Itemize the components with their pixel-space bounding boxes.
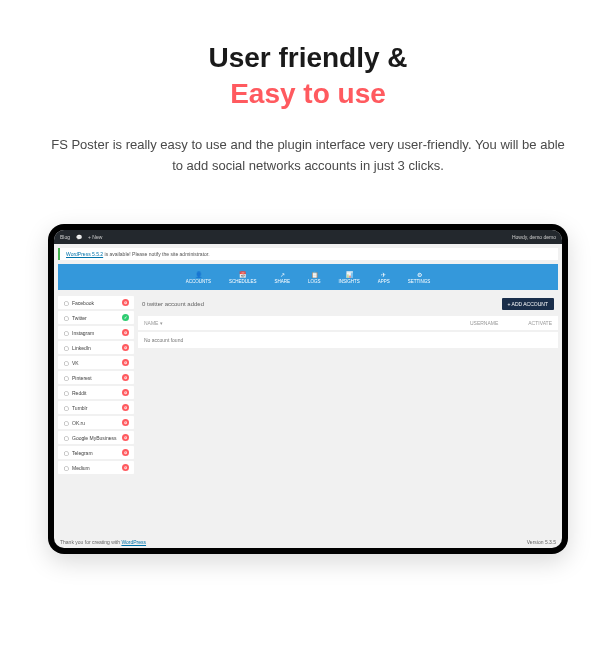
col-name[interactable]: NAME ▾ bbox=[144, 320, 163, 326]
sidebar-item-telegram[interactable]: ▢Telegram⊘ bbox=[58, 446, 134, 459]
network-name: Google MyBusiness bbox=[72, 435, 116, 441]
network-name: Facebook bbox=[72, 300, 94, 306]
network-icon: ▢ bbox=[63, 390, 69, 396]
network-icon: ▢ bbox=[63, 330, 69, 336]
wp-blog-link[interactable]: Blog bbox=[60, 234, 70, 240]
footer-prefix: Thank you for creating with bbox=[60, 539, 121, 545]
wp-update-notice: WordPress 5.5.2 is available! Please not… bbox=[58, 248, 558, 260]
sidebar-item-reddit[interactable]: ▢Reddit⊘ bbox=[58, 386, 134, 399]
status-badge: ⊘ bbox=[122, 389, 129, 396]
nav-item-settings[interactable]: ⚙SETTINGS bbox=[408, 270, 431, 284]
network-name: LinkedIn bbox=[72, 345, 91, 351]
status-badge: ⊘ bbox=[122, 344, 129, 351]
network-icon: ▢ bbox=[63, 450, 69, 456]
sidebar-item-tumblr[interactable]: ▢Tumblr⊘ bbox=[58, 401, 134, 414]
sidebar-item-okru[interactable]: ▢OK.ru⊘ bbox=[58, 416, 134, 429]
sidebar-item-pinterest[interactable]: ▢Pinterest⊘ bbox=[58, 371, 134, 384]
nav-item-logs[interactable]: 📋LOGS bbox=[308, 270, 321, 284]
col-activate: ACTIVATE bbox=[528, 320, 552, 326]
status-badge: ⊘ bbox=[122, 359, 129, 366]
nav-icon: 📋 bbox=[310, 270, 318, 278]
status-badge: ⊘ bbox=[122, 449, 129, 456]
sidebar-item-googlemybusiness[interactable]: ▢Google MyBusiness⊘ bbox=[58, 431, 134, 444]
nav-icon: ↗ bbox=[278, 270, 286, 278]
col-username: USERNAME bbox=[470, 320, 498, 326]
status-badge: ⊘ bbox=[122, 329, 129, 336]
wp-comments-icon[interactable]: 💬 bbox=[76, 234, 82, 240]
network-name: VK bbox=[72, 360, 79, 366]
footer-wp-link[interactable]: WordPress bbox=[121, 539, 146, 545]
nav-icon: 📅 bbox=[239, 270, 247, 278]
accounts-empty-row: No account found bbox=[138, 332, 558, 348]
sidebar-item-twitter[interactable]: ▢Twitter✓ bbox=[58, 311, 134, 324]
status-badge: ✓ bbox=[122, 314, 129, 321]
status-badge: ⊘ bbox=[122, 404, 129, 411]
footer-version: Version 5.3.5 bbox=[527, 539, 556, 545]
nav-label: SETTINGS bbox=[408, 279, 431, 284]
hero-section: User friendly & Easy to use FS Poster is… bbox=[0, 0, 616, 196]
accounts-count-heading: 0 twitter account added bbox=[142, 301, 204, 307]
network-name: Tumblr bbox=[72, 405, 87, 411]
network-icon: ▢ bbox=[63, 375, 69, 381]
nav-item-schedules[interactable]: 📅SCHEDULES bbox=[229, 270, 257, 284]
network-icon: ▢ bbox=[63, 345, 69, 351]
plugin-nav: 👤ACCOUNTS📅SCHEDULES↗SHARE📋LOGS📊INSIGHTS✈… bbox=[58, 264, 558, 290]
network-icon: ▢ bbox=[63, 435, 69, 441]
nav-label: ACCOUNTS bbox=[186, 279, 211, 284]
nav-item-apps[interactable]: ✈APPS bbox=[378, 270, 390, 284]
nav-label: APPS bbox=[378, 279, 390, 284]
network-name: Reddit bbox=[72, 390, 86, 396]
status-badge: ⊘ bbox=[122, 374, 129, 381]
hero-title-line2: Easy to use bbox=[30, 76, 586, 112]
accounts-table-header: NAME ▾ USERNAME ACTIVATE bbox=[138, 316, 558, 330]
nav-icon: 👤 bbox=[194, 270, 202, 278]
main-area: ▢Facebook⊘▢Twitter✓▢Instagram⊘▢LinkedIn⊘… bbox=[58, 296, 558, 474]
network-name: Pinterest bbox=[72, 375, 92, 381]
status-badge: ⊘ bbox=[122, 464, 129, 471]
hero-description: FS Poster is really easy to use and the … bbox=[30, 135, 586, 177]
network-name: Telegram bbox=[72, 450, 93, 456]
tablet-frame: Blog 💬 + New Howdy, demo demo WordPress … bbox=[48, 224, 568, 554]
wp-notice-link[interactable]: WordPress 5.5.2 bbox=[66, 251, 103, 257]
wp-howdy[interactable]: Howdy, demo demo bbox=[512, 234, 556, 240]
add-account-button[interactable]: + ADD ACCOUNT bbox=[502, 298, 554, 310]
sidebar-item-instagram[interactable]: ▢Instagram⊘ bbox=[58, 326, 134, 339]
networks-sidebar: ▢Facebook⊘▢Twitter✓▢Instagram⊘▢LinkedIn⊘… bbox=[58, 296, 134, 474]
wp-new-link[interactable]: + New bbox=[88, 234, 102, 240]
network-name: Medium bbox=[72, 465, 90, 471]
nav-label: LOGS bbox=[308, 279, 321, 284]
wp-notice-text: is available! Please notify the site adm… bbox=[103, 251, 209, 257]
network-icon: ▢ bbox=[63, 300, 69, 306]
nav-item-accounts[interactable]: 👤ACCOUNTS bbox=[186, 270, 211, 284]
nav-icon: 📊 bbox=[345, 270, 353, 278]
status-badge: ⊘ bbox=[122, 434, 129, 441]
status-badge: ⊘ bbox=[122, 299, 129, 306]
wp-admin-bar[interactable]: Blog 💬 + New Howdy, demo demo bbox=[54, 230, 562, 244]
app-screen: Blog 💬 + New Howdy, demo demo WordPress … bbox=[54, 230, 562, 548]
network-name: OK.ru bbox=[72, 420, 85, 426]
status-badge: ⊘ bbox=[122, 419, 129, 426]
network-name: Instagram bbox=[72, 330, 94, 336]
nav-item-insights[interactable]: 📊INSIGHTS bbox=[339, 270, 360, 284]
nav-icon: ✈ bbox=[380, 270, 388, 278]
hero-title-line1: User friendly & bbox=[208, 42, 407, 73]
network-name: Twitter bbox=[72, 315, 87, 321]
sidebar-item-linkedin[interactable]: ▢LinkedIn⊘ bbox=[58, 341, 134, 354]
nav-label: INSIGHTS bbox=[339, 279, 360, 284]
network-icon: ▢ bbox=[63, 405, 69, 411]
network-icon: ▢ bbox=[63, 360, 69, 366]
network-icon: ▢ bbox=[63, 315, 69, 321]
network-icon: ▢ bbox=[63, 420, 69, 426]
nav-label: SCHEDULES bbox=[229, 279, 257, 284]
accounts-content: 0 twitter account added + ADD ACCOUNT NA… bbox=[138, 296, 558, 474]
network-icon: ▢ bbox=[63, 465, 69, 471]
sidebar-item-vk[interactable]: ▢VK⊘ bbox=[58, 356, 134, 369]
nav-item-share[interactable]: ↗SHARE bbox=[274, 270, 290, 284]
nav-icon: ⚙ bbox=[415, 270, 423, 278]
hero-title: User friendly & Easy to use bbox=[30, 40, 586, 113]
nav-label: SHARE bbox=[274, 279, 290, 284]
sidebar-item-facebook[interactable]: ▢Facebook⊘ bbox=[58, 296, 134, 309]
sidebar-item-medium[interactable]: ▢Medium⊘ bbox=[58, 461, 134, 474]
wp-footer: Thank you for creating with WordPress Ve… bbox=[60, 539, 556, 545]
